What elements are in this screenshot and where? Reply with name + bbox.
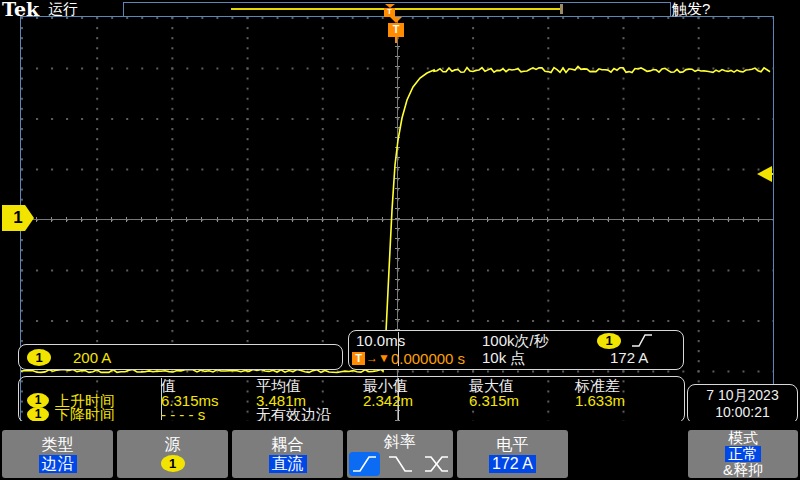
softkey-trigger-source[interactable]: 源 1: [117, 430, 228, 478]
col-header-min: 最小值: [363, 378, 408, 393]
sample-rate: 100k次/秒: [482, 333, 549, 349]
softkey-trigger-level[interactable]: 电平 172 A: [457, 430, 568, 478]
oscilloscope-screen: { "status_bar": { "brand": "Tek", "acq_s…: [0, 0, 800, 480]
trigger-position-flag-icon: T: [352, 352, 365, 365]
trigger-slope-rising-icon: [631, 333, 653, 348]
channel1-badge: 1: [27, 407, 49, 422]
horizontal-scale: 10.0ms: [356, 333, 405, 349]
coupling-value: 直流: [269, 455, 307, 473]
mode-value: 正常: [725, 446, 761, 462]
trigger-position-marker-icon[interactable]: T: [388, 17, 404, 43]
source-channel-badge: 1: [161, 455, 185, 472]
col-header-stdev: 标准差: [575, 378, 620, 393]
record-view-bar[interactable]: T: [123, 2, 671, 17]
trigger-position-arrow-icon: →▼: [366, 351, 390, 365]
col-header-mean: 平均值: [256, 378, 301, 393]
softkey-trigger-type[interactable]: 类型 边沿: [2, 430, 113, 478]
trigger-level-value: 172 A: [610, 350, 648, 366]
channel1-readout[interactable]: 1 200 A: [18, 344, 343, 370]
rise-time-max: 6.315m: [469, 393, 519, 408]
record-waveform-extent: [231, 8, 563, 10]
fall-time-status: 无有效边沿: [256, 407, 331, 422]
falling-edge-icon[interactable]: [385, 452, 416, 476]
channel1-scale: 200 A: [73, 349, 111, 366]
trigger-position-readout: T →▼ 0.000000 s: [352, 350, 465, 366]
either-edge-icon[interactable]: [421, 452, 452, 476]
softkey-menu: 类型 边沿 源 1 耦合 直流 斜率: [0, 421, 800, 480]
channel1-badge: 1: [27, 349, 51, 366]
col-header-value: 值: [161, 378, 176, 393]
softkey-trigger-mode[interactable]: 模式 正常 &释抑: [688, 430, 798, 478]
trigger-readout: 10.0ms 100k次/秒 1 T →▼ 0.000000 s 10k 点 1…: [348, 330, 684, 370]
measurement-row-name: 1 下降时间: [27, 407, 115, 422]
rising-edge-icon[interactable]: [349, 452, 380, 476]
col-header-max: 最大值: [469, 378, 514, 393]
record-trigger-position-icon[interactable]: T: [384, 4, 395, 17]
acquisition-status: 运行: [48, 0, 78, 19]
mode-suffix: &释抑: [723, 462, 763, 478]
measurement-table: 值 平均值 最小值 最大值 标准差 1 上升时间 6.315ms 3.481m …: [18, 376, 685, 423]
trigger-level-arrow-tail: [770, 173, 773, 175]
rise-time-min: 2.342m: [363, 393, 413, 408]
channel1-badge: 1: [27, 393, 49, 408]
softkey-trigger-slope[interactable]: 斜率: [347, 430, 453, 478]
softkey-trigger-coupling[interactable]: 耦合 直流: [232, 430, 343, 478]
level-value: 172 A: [489, 455, 536, 473]
trigger-source-badge: 1: [597, 333, 621, 349]
time-label: 10:00:21: [688, 404, 797, 421]
trigger-position-value: 0.000000 s: [391, 350, 465, 367]
trigger-status: 触发?: [672, 0, 710, 19]
date-label: 7 10月2023: [688, 387, 797, 404]
record-reference-tick: [560, 4, 563, 14]
trigger-type-value: 边沿: [39, 455, 77, 473]
tek-logo: Tek: [2, 0, 39, 20]
rise-time-stdev: 1.633m: [575, 393, 625, 408]
fall-time-value: - - - - s: [161, 407, 205, 422]
record-length: 10k 点: [482, 350, 525, 366]
datetime-box: 7 10月2023 10:00:21: [687, 384, 798, 424]
